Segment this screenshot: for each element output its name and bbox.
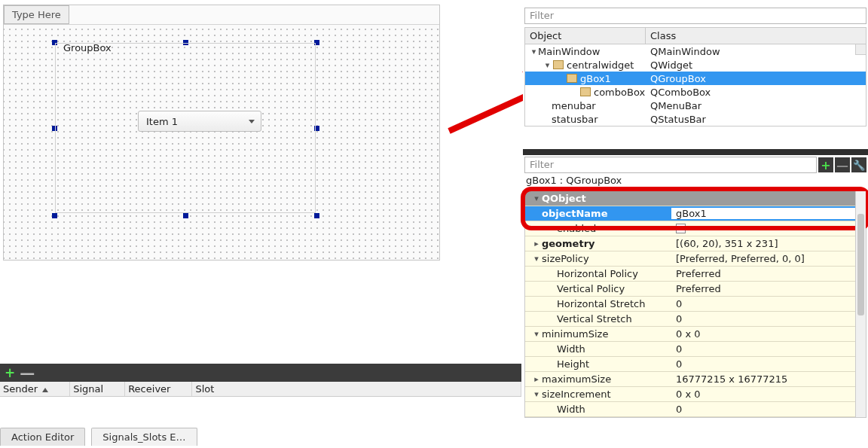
property-filter-input[interactable]: Filter: [524, 157, 817, 173]
object-tree-header: Object Class: [524, 27, 866, 44]
property-value[interactable]: 0: [671, 358, 866, 370]
tree-cell-object: gBox1: [525, 73, 646, 84]
property-key-label: Width: [557, 343, 585, 355]
groupbox-title: GroupBox: [62, 42, 113, 53]
wrench-icon[interactable]: 🔧: [851, 157, 866, 172]
property-value[interactable]: ✓: [671, 224, 866, 233]
sort-up-icon: [42, 388, 48, 392]
signals-toolbar: + —: [0, 364, 521, 382]
property-key-label: objectName: [542, 208, 607, 219]
plus-icon[interactable]: +: [818, 157, 833, 172]
scroll-corner: [855, 44, 866, 55]
property-row[interactable]: Width0: [525, 342, 866, 357]
mid-splitter[interactable]: [523, 149, 868, 155]
form-menubar[interactable]: Type Here: [4, 5, 439, 25]
tree-object-label: gBox1: [580, 73, 611, 84]
property-value[interactable]: 0: [671, 343, 866, 355]
tab-action-editor[interactable]: Action Editor: [0, 428, 85, 446]
resize-handle[interactable]: [314, 213, 319, 218]
tree-cell-object: comboBox: [525, 87, 646, 98]
property-value[interactable]: Preferred: [671, 283, 866, 294]
property-value[interactable]: [(60, 20), 351 x 231]: [671, 238, 866, 249]
expand-icon[interactable]: ▾: [533, 329, 540, 339]
scrollbar-vertical[interactable]: [855, 191, 866, 417]
property-row[interactable]: ▾minimumSize0 x 0: [525, 327, 866, 342]
resize-handle[interactable]: [183, 213, 188, 218]
property-row[interactable]: Width0: [525, 402, 866, 417]
property-row[interactable]: objectNamegBox1: [525, 206, 866, 221]
tree-object-label: centralwidget: [567, 59, 634, 71]
col-sender[interactable]: Sender: [0, 382, 70, 396]
property-row[interactable]: Height0: [525, 357, 866, 372]
expand-icon[interactable]: ▸: [533, 374, 540, 384]
property-row[interactable]: ▸maximumSize16777215 x 16777215: [525, 372, 866, 387]
minus-icon[interactable]: —: [835, 157, 850, 172]
tree-row[interactable]: ▾MainWindowQMainWindow: [525, 44, 866, 58]
tree-row[interactable]: statusbarQStatusBar: [525, 112, 866, 126]
property-key: Width: [525, 343, 671, 355]
property-key-label: sizePolicy: [542, 253, 589, 264]
property-value[interactable]: 0: [671, 313, 866, 325]
tree-class-label: QMainWindow: [646, 46, 866, 57]
tree-row[interactable]: comboBoxQComboBox: [525, 85, 866, 99]
property-value[interactable]: [Preferred, Preferred, 0, 0]: [671, 253, 866, 264]
property-row[interactable]: ▾sizeIncrement0 x 0: [525, 387, 866, 402]
expand-icon[interactable]: ▸: [533, 239, 540, 248]
col-slot[interactable]: Slot: [192, 382, 521, 396]
property-value[interactable]: 0: [671, 298, 866, 309]
property-value[interactable]: gBox1: [671, 208, 866, 219]
bottom-tabs: Action Editor Signals_Slots E…: [0, 428, 197, 446]
expand-icon[interactable]: ▾: [533, 389, 540, 399]
property-row[interactable]: Horizontal Stretch0: [525, 297, 866, 312]
col-object[interactable]: Object: [525, 28, 646, 44]
expand-icon[interactable]: ▾: [533, 194, 540, 203]
tree-class-label: QStatusBar: [646, 114, 866, 125]
tree-cell-object: ▾MainWindow: [525, 46, 646, 57]
property-key: Horizontal Policy: [525, 268, 671, 279]
object-tree[interactable]: ▾MainWindowQMainWindow▾centralwidgetQWid…: [524, 44, 866, 126]
property-row[interactable]: Vertical Stretch0: [525, 312, 866, 327]
col-class[interactable]: Class: [646, 28, 866, 44]
property-key: ▸geometry: [525, 238, 671, 249]
property-row[interactable]: ▾sizePolicy[Preferred, Preferred, 0, 0]: [525, 251, 866, 267]
property-section-header[interactable]: ▾QObject: [525, 191, 866, 206]
property-value[interactable]: 0 x 0: [671, 389, 866, 400]
tree-cell-object: menubar: [525, 100, 646, 111]
plus-icon[interactable]: +: [5, 365, 15, 380]
property-key-label: sizeIncrement: [542, 389, 610, 400]
property-key: ▾sizeIncrement: [525, 389, 671, 400]
property-row[interactable]: Horizontal PolicyPreferred: [525, 267, 866, 282]
tree-row[interactable]: gBox1QGroupBox: [525, 72, 866, 85]
minus-icon[interactable]: —: [20, 367, 35, 378]
property-value[interactable]: 0: [671, 404, 866, 415]
property-row[interactable]: enabled✓: [525, 221, 866, 236]
resize-handle[interactable]: [52, 213, 57, 218]
tab-signals-slots[interactable]: Signals_Slots E…: [91, 428, 197, 446]
menu-type-here[interactable]: Type Here: [4, 5, 69, 24]
expand-icon[interactable]: ▾: [543, 60, 552, 70]
object-filter-input[interactable]: Filter: [524, 8, 866, 24]
property-key-label: Height: [557, 358, 589, 370]
property-value[interactable]: 0 x 0: [671, 328, 866, 340]
property-key: Vertical Stretch: [525, 313, 671, 325]
property-value[interactable]: 16777215 x 16777215: [671, 373, 866, 385]
expand-icon[interactable]: ▾: [533, 254, 540, 264]
tree-row[interactable]: ▾centralwidgetQWidget: [525, 58, 866, 72]
property-value[interactable]: Preferred: [671, 268, 866, 279]
tree-row[interactable]: menubarQMenuBar: [525, 99, 866, 112]
col-receiver[interactable]: Receiver: [125, 382, 192, 396]
checkbox[interactable]: ✓: [676, 224, 686, 233]
tree-class-label: QGroupBox: [646, 73, 866, 84]
property-key: Width: [525, 404, 671, 415]
expand-icon[interactable]: ▾: [530, 47, 538, 56]
property-table[interactable]: ▾QObjectobjectNamegBox1enabled✓▸geometry…: [524, 190, 866, 418]
tree-cell-object: statusbar: [525, 114, 646, 125]
form-canvas[interactable]: Type Here GroupBox Item 1: [3, 5, 440, 261]
tree-object-label: MainWindow: [538, 46, 600, 57]
col-signal[interactable]: Signal: [70, 382, 125, 396]
property-row[interactable]: ▸geometry[(60, 20), 351 x 231]: [525, 236, 866, 251]
combobox-value: Item 1: [146, 116, 178, 127]
combobox-widget[interactable]: Item 1: [138, 111, 261, 132]
property-row[interactable]: Vertical PolicyPreferred: [525, 282, 866, 297]
property-key: Height: [525, 358, 671, 370]
